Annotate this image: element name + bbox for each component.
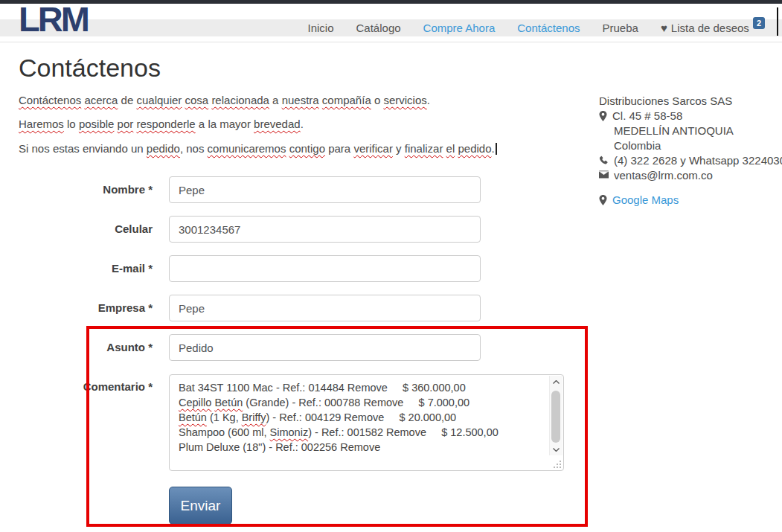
comment-line: Shampoo (600 ml, Simoniz) - Ref.: 001582… bbox=[179, 425, 547, 440]
nombre-input[interactable] bbox=[169, 176, 481, 203]
company-name: Distribuciones Sarcos SAS bbox=[599, 94, 782, 109]
email-label: E-mail * bbox=[19, 255, 153, 282]
nav-item-wishlist[interactable]: ♥ Lista de deseos 2 bbox=[661, 22, 765, 34]
comment-line: Betún (1 Kg, Briffy) - Ref.: 004129 Remo… bbox=[179, 410, 547, 425]
form-row-celular: Celular bbox=[19, 216, 481, 243]
enviar-button[interactable]: Enviar bbox=[169, 487, 232, 525]
form-row-comentario: Comentario * Bat 34ST 1100 Mac - Ref.: 0… bbox=[19, 374, 564, 471]
nav-item-inicio[interactable]: Inicio bbox=[307, 22, 333, 34]
google-maps-link: Google Maps bbox=[612, 193, 679, 208]
nav-item-compre-ahora[interactable]: Compre Ahora bbox=[423, 22, 496, 34]
comment-line: Cepillo Betún (Grande) - Ref.: 000788 Re… bbox=[179, 395, 547, 410]
comentario-textarea[interactable]: Bat 34ST 1100 Mac - Ref.: 014484 Remove … bbox=[169, 374, 564, 471]
contact-info-panel: Distribuciones Sarcos SAS Cl. 45 # 58-58… bbox=[599, 94, 782, 208]
comentario-text: Bat 34ST 1100 Mac - Ref.: 014484 Remove … bbox=[179, 380, 547, 467]
form-row-asunto: Asunto * bbox=[19, 334, 481, 361]
wishlist-label: Lista de deseos bbox=[671, 22, 749, 34]
window-edge-mark bbox=[777, 7, 778, 36]
scroll-down-arrow[interactable] bbox=[550, 443, 563, 455]
nav-item-prueba[interactable]: Prueba bbox=[603, 22, 638, 34]
phone-icon bbox=[599, 156, 609, 165]
comentario-label: Comentario * bbox=[19, 374, 153, 471]
resize-grip-icon[interactable] bbox=[553, 460, 562, 469]
asunto-input[interactable] bbox=[169, 334, 481, 361]
heart-icon: ♥ bbox=[661, 22, 667, 34]
email-input[interactable] bbox=[169, 255, 481, 282]
asunto-label: Asunto * bbox=[19, 334, 153, 361]
intro-paragraph-1: Contáctenos acerca de cualquier cosa rel… bbox=[19, 93, 510, 107]
form-row-empresa: Empresa * bbox=[19, 295, 481, 321]
map-pin-icon bbox=[599, 195, 607, 205]
comment-line: Plum Deluxe (18") - Ref.: 002256 Remove bbox=[179, 440, 547, 455]
scroll-up-arrow[interactable] bbox=[550, 376, 563, 388]
intro-paragraph-3: Si nos estas enviando un pedido, nos com… bbox=[19, 141, 510, 156]
textarea-scrollbar[interactable] bbox=[549, 376, 563, 455]
nombre-label: Nombre * bbox=[19, 176, 153, 203]
main-navigation: Inicio Catálogo Compre Ahora Contáctenos… bbox=[307, 18, 765, 37]
google-maps-row[interactable]: Google Maps bbox=[599, 193, 782, 208]
map-pin-icon bbox=[599, 111, 607, 121]
address-country: Colombia bbox=[599, 138, 782, 153]
page-title: Contáctenos bbox=[19, 54, 161, 83]
phone-line: (4) 322 2628 y Whatsapp 32240300 bbox=[599, 153, 782, 168]
intro-paragraph-2: Haremos lo posible por responderle a la … bbox=[19, 117, 510, 131]
lrm-logo[interactable]: LRM bbox=[19, 0, 88, 39]
header-divider bbox=[0, 42, 782, 42]
address-city: MEDELLÍN ANTIOQUIA bbox=[599, 124, 782, 138]
scrollbar-thumb[interactable] bbox=[551, 391, 560, 443]
celular-label: Celular bbox=[19, 216, 153, 243]
envelope-icon bbox=[599, 170, 609, 179]
empresa-input[interactable] bbox=[169, 295, 481, 321]
address-line: Cl. 45 # 58-58 bbox=[599, 109, 782, 124]
comment-line: Bat 34ST 1100 Mac - Ref.: 014484 Remove … bbox=[179, 380, 547, 395]
form-row-email: E-mail * bbox=[19, 255, 481, 282]
text-caret bbox=[496, 143, 497, 155]
nav-item-catalogo[interactable]: Catálogo bbox=[356, 22, 401, 34]
email-line[interactable]: ventas@lrm.com.co bbox=[599, 168, 782, 183]
form-row-nombre: Nombre * bbox=[19, 176, 481, 203]
empresa-label: Empresa * bbox=[19, 295, 153, 321]
nav-item-contactenos[interactable]: Contáctenos bbox=[517, 22, 580, 34]
wishlist-count-badge: 2 bbox=[753, 17, 765, 29]
browser-top-strip bbox=[0, 0, 782, 4]
celular-input[interactable] bbox=[169, 216, 481, 243]
